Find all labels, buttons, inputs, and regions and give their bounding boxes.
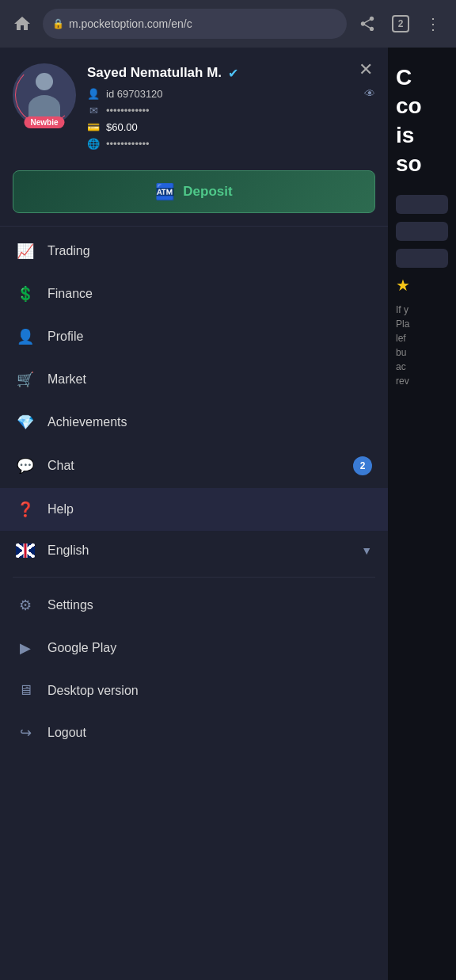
profile-id: id 69703120: [106, 88, 163, 100]
google-play-label: Google Play: [48, 641, 372, 655]
sidebar: ✕ Newbie Sayed Nematullah M. ✔ 👤 id 6970…: [0, 48, 388, 980]
globe-icon: 🌐: [87, 138, 100, 150]
profile-label: Profile: [48, 330, 372, 344]
sidebar-item-trading[interactable]: 📈Trading: [0, 230, 388, 273]
verified-icon: ✔: [228, 66, 238, 81]
person-icon: 👤: [87, 88, 100, 100]
desktop-version-label: Desktop version: [48, 684, 372, 698]
trading-label: Trading: [48, 244, 372, 258]
profile-balance: $60.00: [106, 121, 138, 133]
profile-name: Sayed Nematullah M.: [87, 65, 222, 81]
tabs-button[interactable]: 2: [386, 10, 415, 38]
right-panel-button-2[interactable]: [396, 222, 448, 241]
sidebar-item-achievements[interactable]: 💎Achievements: [0, 401, 388, 444]
avatar: Newbie: [13, 63, 76, 127]
more-dots-icon: ⋮: [425, 14, 443, 33]
google-play-icon: ▶: [16, 639, 35, 657]
avatar-person-icon: [25, 71, 64, 119]
tabs-count: 2: [392, 15, 409, 32]
bottom-menu: ⚙Settings▶Google Play🖥Desktop version↪Lo…: [0, 584, 388, 754]
language-selector[interactable]: English ▼: [0, 531, 388, 570]
right-body-text: If yPlalefbuacrev: [396, 303, 448, 388]
deposit-label: Deposit: [183, 184, 232, 200]
market-icon: 🛒: [16, 371, 35, 388]
right-panel-button-1[interactable]: [396, 195, 448, 214]
share-button[interactable]: [353, 10, 382, 38]
eye-icon[interactable]: 👁: [364, 87, 375, 100]
finance-label: Finance: [48, 287, 372, 301]
profile-icon: 👤: [16, 328, 35, 345]
sidebar-item-settings[interactable]: ⚙Settings: [0, 584, 388, 627]
help-icon: ❓: [16, 501, 35, 518]
profile-name-row: Sayed Nematullah M. ✔: [87, 65, 375, 81]
chat-label: Chat: [48, 459, 340, 473]
deposit-icon: 🏧: [155, 182, 175, 201]
home-button[interactable]: [8, 10, 36, 38]
sidebar-item-chat[interactable]: 💬Chat2: [0, 444, 388, 488]
logout-label: Logout: [48, 726, 372, 740]
profile-info: Sayed Nematullah M. ✔ 👤 id 69703120 👁 ✉ …: [87, 63, 375, 154]
right-panel: Ccoisso ★ If yPlalefbuacrev: [388, 48, 456, 980]
flag-icon: [16, 543, 35, 558]
wallet-icon: 💳: [87, 121, 100, 133]
divider-top: [0, 226, 388, 227]
profile-balance-row: 💳 $60.00: [87, 121, 375, 133]
chat-badge: 2: [353, 456, 372, 475]
right-panel-button-3[interactable]: [396, 249, 448, 268]
sidebar-item-profile[interactable]: 👤Profile: [0, 315, 388, 358]
chat-icon: 💬: [16, 457, 35, 475]
newbie-badge: Newbie: [24, 116, 64, 128]
sidebar-item-desktop-version[interactable]: 🖥Desktop version: [0, 669, 388, 711]
section-divider: [13, 577, 375, 578]
achievements-icon: 💎: [16, 414, 35, 431]
sidebar-item-google-play[interactable]: ▶Google Play: [0, 627, 388, 669]
profile-email: ••••••••••••: [106, 105, 150, 116]
logout-icon: ↪: [16, 724, 35, 742]
address-bar[interactable]: 🔒 m.pocketoption.com/en/c: [43, 9, 347, 39]
finance-icon: 💲: [16, 285, 35, 303]
profile-website-row: 🌐 ••••••••••••: [87, 138, 375, 150]
chevron-down-icon: ▼: [361, 544, 372, 557]
security-icon: 🔒: [52, 18, 64, 29]
sidebar-item-help[interactable]: ❓Help: [0, 488, 388, 531]
url-text: m.pocketoption.com/en/c: [69, 17, 192, 30]
email-icon: ✉: [87, 105, 100, 116]
browser-bar: 🔒 m.pocketoption.com/en/c 2 ⋮: [0, 0, 456, 48]
market-label: Market: [48, 372, 372, 387]
desktop-version-icon: 🖥: [16, 682, 35, 699]
sidebar-item-finance[interactable]: 💲Finance: [0, 273, 388, 315]
more-menu-button[interactable]: ⋮: [420, 10, 448, 38]
right-panel-content: Ccoisso ★ If yPlalefbuacrev: [388, 48, 456, 404]
profile-id-row: 👤 id 69703120 👁: [87, 87, 375, 100]
trading-icon: 📈: [16, 242, 35, 260]
star-rating: ★: [396, 276, 448, 295]
profile-section: Newbie Sayed Nematullah M. ✔ 👤 id 697031…: [0, 48, 388, 167]
browser-actions: 2 ⋮: [353, 10, 448, 38]
main-container: ✕ Newbie Sayed Nematullah M. ✔ 👤 id 6970…: [0, 48, 456, 980]
achievements-label: Achievements: [48, 415, 372, 429]
sidebar-item-market[interactable]: 🛒Market: [0, 358, 388, 401]
sidebar-item-logout[interactable]: ↪Logout: [0, 711, 388, 754]
nav-menu: 📈Trading💲Finance👤Profile🛒Market💎Achievem…: [0, 230, 388, 531]
profile-website: ••••••••••••: [106, 138, 150, 150]
help-label: Help: [48, 502, 372, 517]
deposit-button[interactable]: 🏧 Deposit: [13, 170, 375, 213]
right-panel-text: Ccoisso: [396, 63, 448, 179]
profile-email-row: ✉ ••••••••••••: [87, 105, 375, 116]
settings-icon: ⚙: [16, 597, 35, 614]
language-label: English: [48, 543, 348, 558]
settings-label: Settings: [48, 598, 372, 612]
